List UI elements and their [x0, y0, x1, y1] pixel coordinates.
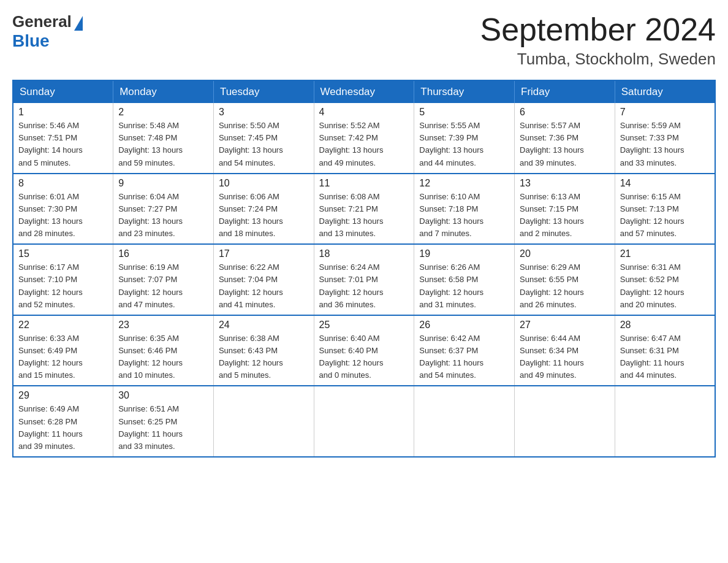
- calendar-cell: 10Sunrise: 6:06 AM Sunset: 7:24 PM Dayli…: [213, 174, 314, 245]
- day-info: Sunrise: 6:29 AM Sunset: 6:55 PM Dayligh…: [520, 261, 610, 311]
- day-info: Sunrise: 6:49 AM Sunset: 6:28 PM Dayligh…: [18, 403, 108, 453]
- day-number: 16: [118, 248, 208, 259]
- calendar-cell: 24Sunrise: 6:38 AM Sunset: 6:43 PM Dayli…: [213, 315, 314, 386]
- calendar-cell: 18Sunrise: 6:24 AM Sunset: 7:01 PM Dayli…: [314, 244, 414, 315]
- day-number: 1: [18, 107, 108, 118]
- day-number: 18: [319, 248, 409, 259]
- day-info: Sunrise: 6:31 AM Sunset: 6:52 PM Dayligh…: [620, 261, 710, 311]
- week-row-3: 15Sunrise: 6:17 AM Sunset: 7:10 PM Dayli…: [13, 244, 715, 315]
- calendar-cell: 13Sunrise: 6:13 AM Sunset: 7:15 PM Dayli…: [515, 174, 615, 245]
- location-subtitle: Tumba, Stockholm, Sweden: [480, 50, 716, 69]
- day-info: Sunrise: 6:24 AM Sunset: 7:01 PM Dayligh…: [319, 261, 409, 311]
- day-number: 13: [520, 178, 610, 189]
- day-info: Sunrise: 6:51 AM Sunset: 6:25 PM Dayligh…: [118, 403, 208, 453]
- day-info: Sunrise: 6:42 AM Sunset: 6:37 PM Dayligh…: [419, 332, 509, 382]
- day-number: 26: [419, 320, 509, 331]
- week-row-2: 8Sunrise: 6:01 AM Sunset: 7:30 PM Daylig…: [13, 174, 715, 245]
- logo-triangle-icon: [74, 16, 83, 31]
- day-number: 3: [219, 107, 309, 118]
- day-number: 5: [419, 107, 509, 118]
- calendar-cell: 11Sunrise: 6:08 AM Sunset: 7:21 PM Dayli…: [314, 174, 414, 245]
- day-number: 10: [219, 178, 309, 189]
- day-number: 7: [620, 107, 710, 118]
- calendar-cell: 15Sunrise: 6:17 AM Sunset: 7:10 PM Dayli…: [13, 244, 113, 315]
- week-row-5: 29Sunrise: 6:49 AM Sunset: 6:28 PM Dayli…: [13, 386, 715, 457]
- day-info: Sunrise: 6:33 AM Sunset: 6:49 PM Dayligh…: [18, 332, 108, 382]
- calendar-table: SundayMondayTuesdayWednesdayThursdayFrid…: [12, 80, 716, 458]
- day-number: 9: [118, 178, 208, 189]
- calendar-cell: 19Sunrise: 6:26 AM Sunset: 6:58 PM Dayli…: [414, 244, 515, 315]
- calendar-cell: 30Sunrise: 6:51 AM Sunset: 6:25 PM Dayli…: [113, 386, 214, 457]
- day-info: Sunrise: 5:59 AM Sunset: 7:33 PM Dayligh…: [620, 120, 710, 169]
- calendar-cell: 7Sunrise: 5:59 AM Sunset: 7:33 PM Daylig…: [615, 103, 715, 174]
- day-number: 29: [18, 390, 108, 401]
- day-info: Sunrise: 6:22 AM Sunset: 7:04 PM Dayligh…: [219, 261, 309, 311]
- logo-general-text: General: [12, 12, 72, 31]
- calendar-cell: 23Sunrise: 6:35 AM Sunset: 6:46 PM Dayli…: [113, 315, 214, 386]
- header: General Blue September 2024 Tumba, Stock…: [12, 12, 716, 69]
- day-info: Sunrise: 6:10 AM Sunset: 7:18 PM Dayligh…: [419, 191, 509, 240]
- week-row-1: 1Sunrise: 5:46 AM Sunset: 7:51 PM Daylig…: [13, 103, 715, 174]
- day-info: Sunrise: 6:06 AM Sunset: 7:24 PM Dayligh…: [219, 191, 309, 240]
- day-number: 15: [18, 248, 108, 259]
- day-info: Sunrise: 5:48 AM Sunset: 7:48 PM Dayligh…: [118, 120, 208, 169]
- day-info: Sunrise: 6:44 AM Sunset: 6:34 PM Dayligh…: [520, 332, 610, 382]
- month-title: September 2024: [480, 12, 716, 47]
- calendar-cell: 9Sunrise: 6:04 AM Sunset: 7:27 PM Daylig…: [113, 174, 214, 245]
- calendar-cell: 27Sunrise: 6:44 AM Sunset: 6:34 PM Dayli…: [515, 315, 615, 386]
- day-info: Sunrise: 5:50 AM Sunset: 7:45 PM Dayligh…: [219, 120, 309, 169]
- day-number: 20: [520, 248, 610, 259]
- calendar-cell: 12Sunrise: 6:10 AM Sunset: 7:18 PM Dayli…: [414, 174, 515, 245]
- calendar-cell: 2Sunrise: 5:48 AM Sunset: 7:48 PM Daylig…: [113, 103, 214, 174]
- day-number: 17: [219, 248, 309, 259]
- calendar-cell: 8Sunrise: 6:01 AM Sunset: 7:30 PM Daylig…: [13, 174, 113, 245]
- calendar-cell: 29Sunrise: 6:49 AM Sunset: 6:28 PM Dayli…: [13, 386, 113, 457]
- calendar-cell: 17Sunrise: 6:22 AM Sunset: 7:04 PM Dayli…: [213, 244, 314, 315]
- weekday-header-wednesday: Wednesday: [314, 80, 414, 103]
- day-number: 8: [18, 178, 108, 189]
- day-number: 21: [620, 248, 710, 259]
- day-number: 14: [620, 178, 710, 189]
- logo-blue-text: Blue: [12, 31, 50, 50]
- weekday-header-thursday: Thursday: [414, 80, 515, 103]
- calendar-cell: 6Sunrise: 5:57 AM Sunset: 7:36 PM Daylig…: [515, 103, 615, 174]
- day-info: Sunrise: 6:15 AM Sunset: 7:13 PM Dayligh…: [620, 191, 710, 240]
- day-info: Sunrise: 6:35 AM Sunset: 6:46 PM Dayligh…: [118, 332, 208, 382]
- day-number: 24: [219, 320, 309, 331]
- day-number: 25: [319, 320, 409, 331]
- day-number: 22: [18, 320, 108, 331]
- weekday-header-sunday: Sunday: [13, 80, 113, 103]
- weekday-header-friday: Friday: [515, 80, 615, 103]
- week-row-4: 22Sunrise: 6:33 AM Sunset: 6:49 PM Dayli…: [13, 315, 715, 386]
- day-number: 2: [118, 107, 208, 118]
- calendar-cell: 16Sunrise: 6:19 AM Sunset: 7:07 PM Dayli…: [113, 244, 214, 315]
- calendar-cell: 5Sunrise: 5:55 AM Sunset: 7:39 PM Daylig…: [414, 103, 515, 174]
- day-number: 28: [620, 320, 710, 331]
- day-info: Sunrise: 5:55 AM Sunset: 7:39 PM Dayligh…: [419, 120, 509, 169]
- day-number: 27: [520, 320, 610, 331]
- calendar-cell: 22Sunrise: 6:33 AM Sunset: 6:49 PM Dayli…: [13, 315, 113, 386]
- day-info: Sunrise: 6:13 AM Sunset: 7:15 PM Dayligh…: [520, 191, 610, 240]
- day-number: 6: [520, 107, 610, 118]
- day-info: Sunrise: 6:40 AM Sunset: 6:40 PM Dayligh…: [319, 332, 409, 382]
- day-info: Sunrise: 6:08 AM Sunset: 7:21 PM Dayligh…: [319, 191, 409, 240]
- weekday-header-monday: Monday: [113, 80, 214, 103]
- day-number: 4: [319, 107, 409, 118]
- calendar-cell: [314, 386, 414, 457]
- calendar-cell: [515, 386, 615, 457]
- day-info: Sunrise: 5:46 AM Sunset: 7:51 PM Dayligh…: [18, 120, 108, 169]
- weekday-header-row: SundayMondayTuesdayWednesdayThursdayFrid…: [13, 80, 715, 103]
- calendar-cell: [615, 386, 715, 457]
- weekday-header-tuesday: Tuesday: [213, 80, 314, 103]
- day-info: Sunrise: 6:01 AM Sunset: 7:30 PM Dayligh…: [18, 191, 108, 240]
- calendar-cell: 25Sunrise: 6:40 AM Sunset: 6:40 PM Dayli…: [314, 315, 414, 386]
- calendar-cell: 14Sunrise: 6:15 AM Sunset: 7:13 PM Dayli…: [615, 174, 715, 245]
- day-info: Sunrise: 6:04 AM Sunset: 7:27 PM Dayligh…: [118, 191, 208, 240]
- title-area: September 2024 Tumba, Stockholm, Sweden: [480, 12, 716, 69]
- day-info: Sunrise: 6:47 AM Sunset: 6:31 PM Dayligh…: [620, 332, 710, 382]
- calendar-cell: 20Sunrise: 6:29 AM Sunset: 6:55 PM Dayli…: [515, 244, 615, 315]
- calendar-cell: 3Sunrise: 5:50 AM Sunset: 7:45 PM Daylig…: [213, 103, 314, 174]
- calendar-cell: 28Sunrise: 6:47 AM Sunset: 6:31 PM Dayli…: [615, 315, 715, 386]
- calendar-cell: 1Sunrise: 5:46 AM Sunset: 7:51 PM Daylig…: [13, 103, 113, 174]
- day-number: 12: [419, 178, 509, 189]
